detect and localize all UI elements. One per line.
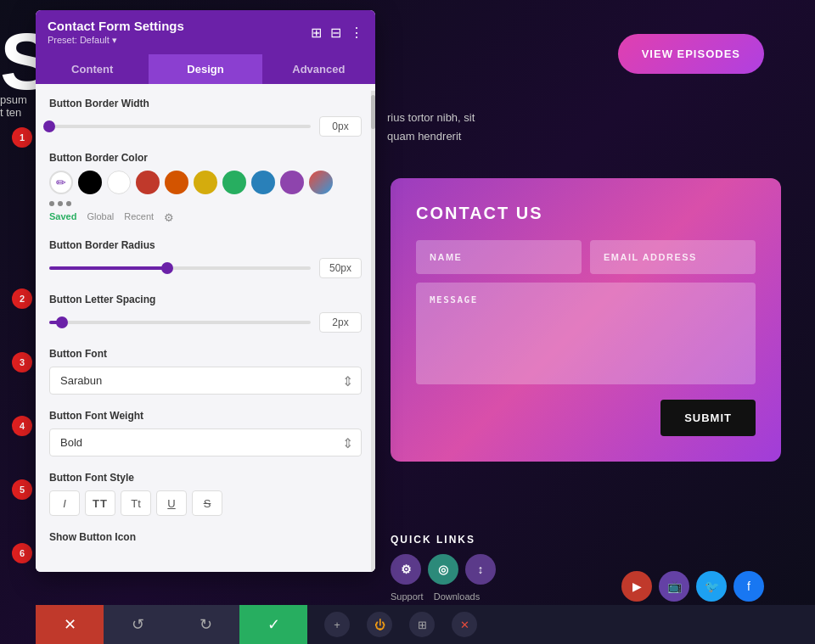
font-style-italic[interactable]: I (49, 490, 80, 516)
cancel-button[interactable]: ✕ (36, 605, 104, 644)
grid-icon[interactable]: ⊟ (330, 25, 341, 41)
font-weight-select-wrapper: Bold (49, 428, 362, 456)
font-select[interactable]: Sarabun (49, 367, 362, 395)
color-swatch-orange[interactable] (165, 171, 188, 194)
contact-name-input[interactable] (416, 240, 582, 274)
color-swatch-white[interactable] (107, 171, 131, 194)
color-tab-recent[interactable]: Recent (124, 211, 154, 224)
step-6: 6 (12, 543, 32, 563)
section-border-width: Button Border Width 0px (49, 98, 362, 137)
panel-scroll-bar (371, 91, 375, 572)
font-weight-label: Button Font Weight (49, 410, 362, 422)
font-select-wrapper: Sarabun (49, 367, 362, 395)
font-style-row: I TT Tt U S (49, 490, 362, 516)
toolbar-grid-icon[interactable]: ⊞ (409, 612, 435, 637)
color-swatch-red[interactable] (136, 171, 160, 194)
border-radius-fill (49, 266, 167, 270)
panel-tabs: Content Design Advanced (36, 54, 375, 84)
color-tab-saved[interactable]: Saved (49, 211, 76, 224)
view-episodes-button[interactable]: VIEW EPISODES (618, 34, 764, 74)
step-numbers-container: 1 2 3 4 5 6 (12, 127, 32, 602)
dot-3 (66, 201, 71, 206)
panel-preset[interactable]: Preset: Default ▾ (48, 35, 184, 46)
color-swatch-yellow[interactable] (194, 171, 217, 194)
border-radius-slider-row: 50px (49, 258, 362, 278)
section-border-color: Button Border Color ✏ Saved Globa (49, 152, 362, 224)
more-icon[interactable]: ⋮ (350, 25, 363, 41)
color-swatches: ✏ (49, 171, 362, 194)
support-label: Support Downloads (391, 591, 496, 602)
color-swatch-purple[interactable] (280, 171, 304, 194)
toolbar-close-icon[interactable]: ✕ (452, 612, 477, 637)
tab-advanced[interactable]: Advanced (262, 54, 375, 84)
border-radius-value[interactable]: 50px (319, 258, 362, 278)
section-letter-spacing: Button Letter Spacing 2px (49, 294, 362, 333)
font-style-underline[interactable]: U (156, 490, 187, 516)
font-weight-select[interactable]: Bold (49, 428, 362, 456)
facebook-icon[interactable]: f (734, 571, 764, 602)
step-4: 4 (12, 416, 32, 436)
border-color-label: Button Border Color (49, 152, 362, 164)
font-style-uppercase[interactable]: TT (85, 490, 115, 516)
border-width-slider-row: 0px (49, 116, 362, 137)
color-swatch-gradient[interactable] (309, 171, 333, 194)
font-style-capitalize[interactable]: Tt (121, 490, 151, 516)
border-radius-label: Button Border Radius (49, 239, 362, 251)
toolbar-power-icon[interactable]: ⏻ (367, 612, 392, 637)
font-style-strikethrough[interactable]: S (192, 490, 222, 516)
contact-message-input[interactable] (416, 283, 756, 384)
quick-links-section: QUICK LINKS ⚙ ◎ ↕ Support Downloads (391, 534, 496, 602)
eyedropper-swatch[interactable]: ✏ (49, 171, 73, 194)
border-width-value[interactable]: 0px (319, 116, 362, 137)
border-width-track (49, 125, 311, 128)
bottom-toolbar: ✕ ↺ ↻ ✓ + ⏻ ⊞ ✕ (36, 605, 815, 644)
redo-button[interactable]: ↻ (171, 605, 239, 644)
contact-email-input[interactable] (590, 240, 756, 274)
letter-spacing-track (49, 321, 311, 324)
panel-header: Contact Form Settings Preset: Default ▾ … (36, 10, 375, 54)
border-width-thumb[interactable] (43, 120, 55, 132)
undo-button[interactable]: ↺ (104, 605, 171, 644)
support-icon[interactable]: ◎ (428, 554, 458, 585)
color-settings-icon[interactable]: ⚙ (164, 211, 174, 224)
border-radius-thumb[interactable] (161, 262, 173, 274)
downloads-icon[interactable]: ↕ (465, 554, 496, 585)
show-button-icon-label: Show Button Icon (49, 531, 362, 543)
contact-submit-button[interactable]: SUBMIT (660, 400, 756, 436)
settings-icon[interactable]: ⚙ (391, 554, 421, 585)
panel-header-left: Contact Form Settings Preset: Default ▾ (48, 19, 184, 46)
step-1: 1 (12, 127, 32, 148)
font-style-label: Button Font Style (49, 472, 362, 484)
step-3: 3 (12, 352, 32, 372)
section-font-style: Button Font Style I TT Tt U S (49, 472, 362, 516)
color-tabs: Saved Global Recent ⚙ (49, 211, 362, 224)
color-swatch-green[interactable] (222, 171, 246, 194)
youtube-icon[interactable]: ▶ (621, 571, 652, 602)
save-button[interactable]: ✓ (239, 605, 307, 644)
toolbar-add-icon[interactable]: + (324, 612, 350, 637)
quick-links-icons: ⚙ ◎ ↕ (391, 554, 496, 585)
section-font: Button Font Sarabun (49, 348, 362, 395)
color-tab-global[interactable]: Global (87, 211, 114, 224)
color-swatch-black[interactable] (78, 171, 102, 194)
letter-spacing-slider-row: 2px (49, 312, 362, 333)
contact-form-card: CONTACT US SUBMIT (391, 178, 781, 462)
color-swatch-blue[interactable] (251, 171, 275, 194)
bg-subtext: rius tortor nibh, sit quam hendrerit (387, 109, 475, 146)
resize-icon[interactable]: ⊞ (311, 25, 322, 41)
panel-title: Contact Form Settings (48, 19, 184, 33)
font-label: Button Font (49, 348, 362, 360)
settings-panel: Contact Form Settings Preset: Default ▾ … (36, 10, 375, 572)
tab-design[interactable]: Design (149, 54, 261, 84)
panel-body: Button Border Width 0px Button Border Co… (36, 84, 375, 572)
tab-content[interactable]: Content (36, 54, 149, 84)
bg-lorem: psum t ten (0, 93, 27, 119)
panel-scroll-thumb[interactable] (371, 95, 375, 129)
twitter-icon[interactable]: 🐦 (696, 571, 727, 602)
twitch-icon[interactable]: 📺 (659, 571, 689, 602)
letter-spacing-value[interactable]: 2px (319, 312, 362, 333)
step-5: 5 (12, 479, 32, 500)
dot-2 (58, 201, 63, 206)
letter-spacing-label: Button Letter Spacing (49, 294, 362, 305)
letter-spacing-thumb[interactable] (56, 316, 68, 328)
